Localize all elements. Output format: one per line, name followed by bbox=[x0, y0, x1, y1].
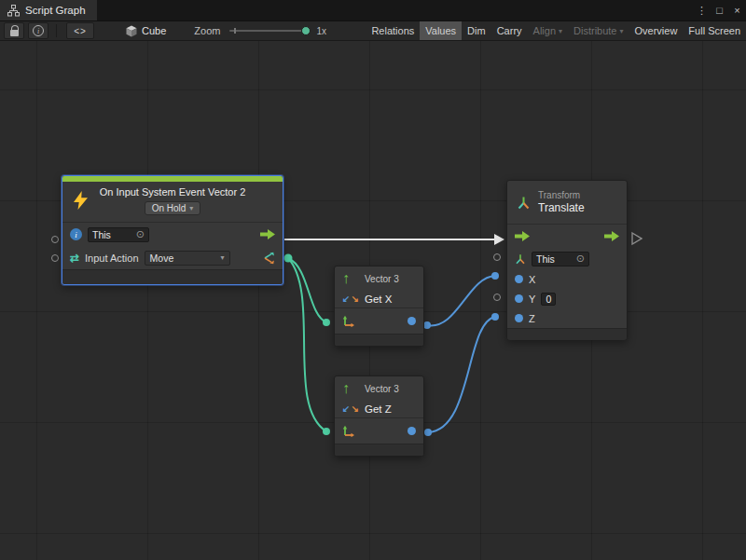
node-title: Get Z bbox=[365, 403, 418, 415]
get-component-icon: ↙ ↘ bbox=[342, 404, 365, 414]
lock-icon bbox=[10, 30, 19, 36]
node-vector3-get-z[interactable]: ↑ Vector 3 ↙ ↘ Get Z bbox=[334, 376, 424, 457]
on-hold-dropdown[interactable]: On Hold ▾ bbox=[145, 201, 201, 215]
close-icon[interactable]: × bbox=[728, 0, 746, 20]
node-vector3-get-x[interactable]: ↑ Vector 3 ↙ ↘ Get X bbox=[334, 266, 424, 347]
get-z-footer bbox=[335, 444, 423, 456]
get-x-footer bbox=[335, 334, 423, 346]
vector2-output-icon[interactable] bbox=[263, 252, 275, 265]
y-port-dot[interactable] bbox=[515, 294, 523, 303]
input-action-icon: ⇄ bbox=[70, 253, 79, 264]
translate-this-external-port[interactable] bbox=[493, 253, 501, 261]
axis-gizmo-icon bbox=[515, 253, 526, 265]
zoom-value: 1x bbox=[316, 26, 326, 36]
info-icon: i bbox=[33, 25, 44, 36]
get-x-output-dot[interactable] bbox=[408, 317, 416, 325]
z-port-dot[interactable] bbox=[515, 314, 523, 322]
relations-button[interactable]: Relations bbox=[366, 21, 420, 40]
script-graph-window: { "titlebar": { "tab_label": "Script Gra… bbox=[0, 0, 746, 560]
chevron-down-icon: ▾ bbox=[620, 27, 624, 35]
vector3-input-icon[interactable] bbox=[342, 425, 354, 437]
translate-x-row: X bbox=[507, 269, 627, 289]
info-icon: i bbox=[70, 228, 82, 240]
translate-y-row: Y 0 bbox=[507, 289, 627, 308]
event-action-row: ⇄ Input Action Move ▾ bbox=[62, 246, 283, 269]
node-title: Translate bbox=[538, 201, 585, 214]
zoom-control: Zoom 1x bbox=[194, 25, 326, 36]
get-x-body-row bbox=[335, 308, 423, 334]
target-name: Cube bbox=[142, 25, 166, 36]
overview-button[interactable]: Overview bbox=[629, 21, 684, 40]
toolbar-separator bbox=[56, 24, 57, 37]
event-this-row: i This ⊙ bbox=[62, 223, 283, 246]
get-x-header: ↑ Vector 3 ↙ ↘ Get X bbox=[335, 266, 423, 308]
titlebar: Script Graph ⋮ □ × bbox=[0, 0, 746, 20]
full-screen-button[interactable]: Full Screen bbox=[683, 21, 746, 40]
zoom-label: Zoom bbox=[194, 25, 220, 36]
chevron-down-icon: ▾ bbox=[189, 204, 193, 212]
flow-input-arrow-icon[interactable] bbox=[515, 231, 530, 241]
node-type-label: Vector 3 bbox=[365, 274, 418, 284]
dim-button[interactable]: Dim bbox=[462, 21, 491, 40]
node-on-input-system-event[interactable]: On Input System Event Vector 2 On Hold ▾… bbox=[62, 175, 283, 285]
carry-button[interactable]: Carry bbox=[491, 21, 528, 40]
event-node-header: On Input System Event Vector 2 On Hold ▾ bbox=[62, 182, 283, 223]
chevron-down-icon: ▾ bbox=[559, 27, 562, 35]
this-field[interactable]: This ⊙ bbox=[532, 252, 589, 266]
y-value-field[interactable]: 0 bbox=[541, 293, 556, 306]
tab-label: Script Graph bbox=[25, 5, 86, 16]
this-field[interactable]: This ⊙ bbox=[88, 227, 149, 242]
get-z-output-dot[interactable] bbox=[408, 427, 416, 435]
node-title: On Input System Event Vector 2 bbox=[62, 182, 283, 198]
target-icon: ⊙ bbox=[576, 253, 585, 264]
kebab-menu-icon[interactable]: ⋮ bbox=[693, 0, 711, 20]
window-controls: ⋮ □ × bbox=[693, 0, 746, 20]
node-type-label: Transform bbox=[538, 190, 585, 200]
distribute-button: Distribute ▾ bbox=[568, 21, 629, 40]
translate-z-row: Z bbox=[507, 308, 627, 328]
vector3-icon: ↑ bbox=[342, 381, 365, 396]
graph-target[interactable]: Cube bbox=[126, 25, 166, 37]
values-button[interactable]: Values bbox=[420, 21, 462, 40]
node-type-label: Vector 3 bbox=[365, 384, 418, 394]
chevron-down-icon: ▾ bbox=[221, 253, 225, 262]
script-graph-icon bbox=[7, 5, 20, 17]
tab-script-graph[interactable]: Script Graph bbox=[0, 0, 97, 20]
event-this-external-port[interactable] bbox=[51, 236, 59, 243]
align-button: Align ▾ bbox=[528, 21, 568, 40]
toolbar-buttons: Relations Values Dim Carry Align ▾ Distr… bbox=[366, 21, 746, 40]
maximize-icon[interactable]: □ bbox=[711, 0, 728, 20]
transform-icon bbox=[517, 196, 531, 210]
vector3-icon: ↑ bbox=[342, 271, 365, 286]
zoom-slider[interactable] bbox=[229, 30, 310, 32]
target-icon: ⊙ bbox=[136, 229, 145, 239]
lock-button[interactable] bbox=[4, 22, 24, 39]
graph-toolbar: i <> Cube Zoom 1x Relations Values Dim C bbox=[0, 20, 746, 41]
translate-this-row: This ⊙ bbox=[507, 248, 627, 269]
cube-icon bbox=[126, 25, 137, 37]
x-port-dot[interactable] bbox=[515, 275, 523, 283]
flow-output-arrow-icon[interactable] bbox=[260, 229, 275, 239]
zoom-slider-handle[interactable] bbox=[301, 26, 311, 35]
flow-output-arrow-icon[interactable] bbox=[604, 231, 619, 241]
edit-code-button[interactable]: <> bbox=[66, 22, 94, 39]
info-button[interactable]: i bbox=[28, 22, 48, 39]
transform-node-header: Transform Translate bbox=[507, 181, 627, 225]
get-z-body-row bbox=[335, 418, 423, 444]
get-component-icon: ↙ ↘ bbox=[342, 294, 365, 304]
translate-flow-row bbox=[507, 225, 627, 248]
code-icon: <> bbox=[74, 26, 87, 36]
translate-y-external-port[interactable] bbox=[493, 294, 501, 301]
event-node-footer bbox=[62, 269, 283, 284]
event-action-external-port[interactable] bbox=[51, 254, 59, 262]
zoom-slider-tick bbox=[234, 28, 236, 34]
get-z-header: ↑ Vector 3 ↙ ↘ Get Z bbox=[335, 376, 423, 418]
transform-node-footer bbox=[507, 328, 627, 340]
node-title: Get X bbox=[365, 294, 418, 305]
input-action-dropdown[interactable]: Move ▾ bbox=[145, 251, 230, 266]
vector3-input-icon[interactable] bbox=[342, 315, 354, 327]
node-transform-translate[interactable]: Transform Translate This ⊙ X Y 0 bbox=[506, 180, 628, 340]
